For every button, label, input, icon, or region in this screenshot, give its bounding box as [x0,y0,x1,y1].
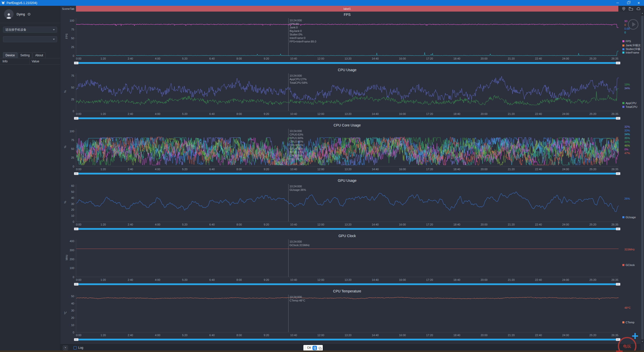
legend-item[interactable]: TotalCPU [622,105,637,108]
minimize-button[interactable] [612,0,623,6]
location-pin-icon[interactable] [622,7,626,11]
log-checkbox[interactable] [73,346,77,349]
sidebar-tab-device[interactable]: Device [3,52,17,58]
scrollbar-track[interactable] [74,228,620,230]
y-tick-label: 40 [71,196,74,199]
app-select[interactable] [3,36,57,42]
log-checkbox-row[interactable]: Log [73,346,83,349]
time-tick-label: 18:40 [453,334,460,337]
scrollbar-right-grip[interactable] [616,117,620,120]
chevron-down-icon [53,29,55,30]
time-tick-label: 6:40 [209,112,215,115]
maximize-button[interactable] [623,0,633,6]
scrollbar-track[interactable] [74,117,620,119]
ime-drag-handle[interactable] [305,346,306,350]
time-tick-label: 16:00 [399,112,406,115]
ime-language-indicator[interactable]: CH [307,346,311,350]
replay-button[interactable] [628,19,638,30]
chart-scrollbar[interactable] [74,228,620,230]
scrollbar-right-grip[interactable] [616,62,620,64]
time-tick-label: 10:40 [290,334,297,337]
chart-title: CPU Usage [76,68,618,72]
chart-plot[interactable]: 100 75 50 25 0 10:24:000 CPU0:63%CPU1:60… [76,129,618,166]
time-tick-label: 5:20 [182,278,187,281]
time-tick-label: 2:40 [128,112,133,115]
scrollbar-right-grip[interactable] [616,283,620,286]
sidebar-tab-about[interactable]: About [33,52,46,58]
time-tick-label: 24:00 [562,57,569,60]
time-tick-label: 18:40 [453,168,460,171]
chart-plot[interactable]: 60 50 40 30 20 10 0 10:24:000 GUsage:36% [76,184,618,222]
sidebar-tab-setting[interactable]: Setting [18,52,32,58]
time-axis: 0:001:202:404:005:206:408:009:2010:4012:… [76,334,618,337]
y-tick-label: 25 [71,98,74,101]
time-tick-label: 25:20 [589,334,596,337]
time-tick-label: 24:00 [562,223,569,226]
legend-item[interactable]: GUsage [622,216,636,219]
expand-panel-button[interactable]: ▼ [63,345,68,350]
time-tick-label: 5:20 [182,334,187,337]
chart-scrollbar[interactable] [74,283,620,286]
time-tick-label: 14:40 [372,57,379,60]
ime-fullwidth-icon[interactable] [319,347,321,349]
chart-scrollbar[interactable] [74,117,620,120]
chart-scrollbar[interactable] [74,172,620,175]
scrollbar-track[interactable] [74,283,620,285]
chart-scrollbar[interactable] [74,62,620,64]
time-tick-label: 21:20 [508,223,515,226]
legend-item[interactable]: CTemp [622,321,634,324]
ime-logo-button[interactable]: Q [312,346,317,350]
time-tick-label: 13:20 [345,334,352,337]
scrollbar-thumb[interactable] [641,16,643,339]
time-tick-label: 12:00 [317,57,324,60]
scrollbar-left-grip[interactable] [74,283,78,286]
cloud-icon[interactable] [636,7,641,10]
scrollbar-left-grip[interactable] [74,117,78,120]
time-tick-label: 0:00 [76,223,81,226]
y-tick-label: 30 [71,309,74,312]
scrollbar-track[interactable] [74,339,620,340]
vertical-scrollbar[interactable]: ▲ ▼ [640,12,644,343]
legend-item[interactable]: FPS [622,40,631,43]
chart-scrollbar[interactable] [74,338,620,341]
scrollbar-right-grip[interactable] [616,172,620,175]
time-tick-label: 24:00 [562,168,569,171]
scroll-down-arrow[interactable]: ▼ [641,340,644,343]
time-tick-label: 16:00 [399,168,406,171]
device-select[interactable]: 请连接手机设备 [3,27,57,33]
chart-plot[interactable]: 50 40 30 20 10 0 10:24:000 CTemp:48°C [76,295,618,332]
legend-item[interactable]: AppCPU [622,102,636,105]
power-icon[interactable] [27,13,31,16]
scrollbar-left-grip[interactable] [74,62,78,64]
desktop-strip [0,350,644,352]
time-tick-label: 16:00 [399,334,406,337]
scrollbar-right-grip[interactable] [616,228,620,230]
scroll-up-arrow[interactable]: ▲ [641,12,644,15]
chart-plot[interactable]: 400 300 200 100 0 10:24:000 GClock:315MH… [76,239,618,277]
chart-plot[interactable]: 100 75 50 25 0 10:24:000 FPS:89Jank:0Big… [76,18,618,56]
scrollbar-left-grip[interactable] [74,228,78,230]
avatar[interactable] [4,9,14,19]
chart-ylabel: MHz [65,255,68,260]
scrollbar-track[interactable] [74,173,620,174]
label-bar[interactable]: label1 [76,6,618,12]
time-tick-label: 16:00 [399,57,406,60]
tab-scene[interactable]: SceneTab [60,6,76,12]
time-tick-label: 25:20 [589,168,596,171]
legend-item[interactable]: GClock [622,263,635,267]
chart-plot[interactable]: 75 50 25 0 10:24:000 AppCPU:27%TotalCPU:… [76,73,618,111]
y-tick-label: 40 [71,302,74,305]
time-tick-label: 13:20 [345,168,352,171]
scrollbar-left-grip[interactable] [74,172,78,175]
time-tick-label: 22:40 [535,168,542,171]
sidebar: Dying 请连接手机设备 DeviceSettingAbout Info Va… [0,6,60,352]
folder-icon[interactable] [629,7,633,11]
scrollbar-track[interactable] [74,62,620,64]
chart-ylabel: % [64,146,67,148]
scrollbar-left-grip[interactable] [74,338,78,341]
time-tick-label: 24:00 [562,334,569,337]
y-tick-label: 400 [70,240,74,243]
close-button[interactable]: ✕ [633,0,644,6]
legend-item[interactable]: InterFrame [622,51,639,54]
chart-ylabel: % [64,201,67,203]
